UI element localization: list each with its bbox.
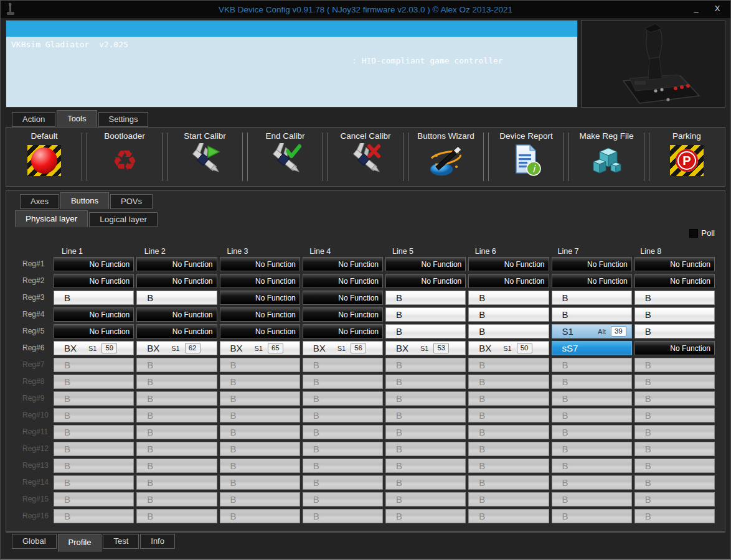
button-cell[interactable]: B [552, 291, 632, 305]
button-cell[interactable]: No Function [136, 324, 217, 338]
button-cell[interactable]: B [385, 307, 466, 322]
tab-info[interactable]: Info [140, 534, 175, 549]
title-bar: VKB Device Config v0.91.78 ( NJoy32 firm… [1, 1, 730, 18]
cell-function-label: sS7 [552, 343, 578, 353]
button-cell[interactable]: No Function [220, 291, 300, 305]
tab-tools[interactable]: Tools [57, 110, 97, 127]
button-cell[interactable]: BXS156 [303, 341, 383, 355]
button-cell[interactable]: No Function [220, 257, 300, 271]
button-cell[interactable]: No Function [220, 324, 300, 338]
cell-function-label: BX [220, 343, 243, 353]
cell-function-label: No Function [338, 327, 382, 336]
button-cell[interactable]: B [385, 324, 466, 338]
button-cell: B [220, 425, 300, 439]
row-label: Reg#3 [22, 291, 54, 305]
button-cell[interactable]: No Function [634, 274, 715, 288]
poll-checkbox[interactable] [689, 229, 698, 238]
cell-function-label: B [469, 292, 485, 303]
button-cell[interactable]: No Function [468, 274, 549, 288]
button-cell: B [385, 475, 466, 490]
parking-p-glyph: P [676, 149, 698, 172]
toolbar-button-bootloader[interactable]: Bootloader♻ [88, 130, 161, 184]
button-cell: B [468, 391, 549, 406]
button-cell[interactable]: No Function [220, 307, 300, 322]
toolbar-button-end-calibr[interactable]: End Calibr [248, 130, 322, 184]
button-cell[interactable]: BXS165 [220, 341, 300, 355]
button-cell[interactable]: No Function [136, 307, 217, 322]
button-cell[interactable]: No Function [136, 257, 217, 271]
button-cell[interactable]: No Function [303, 324, 383, 338]
cell-function-label: B [635, 427, 651, 437]
tab-profile[interactable]: Profile [58, 534, 102, 552]
toolbar-button-buttons-wizard[interactable]: Buttons Wizard [409, 130, 483, 184]
cell-function-label: No Function [504, 277, 549, 286]
toolbar-button-start-calibr[interactable]: Start Calibr [168, 130, 242, 184]
button-cell[interactable]: B [385, 291, 466, 305]
toolbar-button-make-reg-file[interactable]: Make Reg File [570, 130, 643, 184]
button-cell[interactable]: B [634, 324, 715, 338]
button-cell[interactable]: B [54, 291, 134, 305]
button-cell[interactable]: No Function [552, 274, 632, 288]
button-cell[interactable]: sS7 [552, 341, 632, 355]
button-cell: B [552, 475, 632, 490]
button-cell[interactable]: B [468, 307, 549, 322]
button-cell[interactable]: B [634, 291, 715, 305]
cell-function-label: B [137, 460, 153, 471]
hazard-ball-icon [26, 142, 62, 179]
cell-function-label: B [386, 376, 402, 387]
tab-settings[interactable]: Settings [98, 112, 149, 127]
button-cell[interactable]: BXS153 [385, 341, 466, 355]
button-cell: B [552, 391, 632, 406]
button-cell[interactable]: No Function [54, 307, 134, 322]
tab-axes[interactable]: Axes [20, 194, 59, 209]
device-type: : HID-compliant game controller [352, 53, 503, 69]
button-cell[interactable]: S1Alt39 [552, 324, 632, 338]
button-cell[interactable]: No Function [303, 307, 383, 322]
button-cell[interactable]: No Function [468, 257, 549, 271]
button-cell[interactable]: No Function [385, 257, 466, 271]
button-cell[interactable]: No Function [136, 274, 217, 288]
toolbar-separator [323, 133, 328, 181]
tab-global[interactable]: Global [12, 534, 57, 549]
button-cell[interactable]: No Function [54, 257, 134, 271]
tab-test[interactable]: Test [103, 534, 139, 549]
button-cell[interactable]: B [552, 307, 632, 322]
tab-physical-layer[interactable]: Physical layer [15, 210, 88, 227]
toolbar-button-default[interactable]: Default [7, 130, 81, 184]
tab-povs[interactable]: POVs [110, 194, 153, 209]
tab-logical-layer[interactable]: Logical layer [89, 212, 158, 227]
cell-shift-label: S1 [88, 345, 97, 352]
button-cell[interactable]: B [468, 324, 549, 338]
button-cell[interactable]: BXS159 [54, 341, 134, 355]
button-cell[interactable]: BXS150 [468, 341, 549, 355]
button-cell[interactable]: No Function [54, 324, 134, 338]
device-list-selected-row[interactable]: VKBsim Gladiator v2.025 : HID-compliant … [6, 21, 577, 37]
toolbar-button-device-report[interactable]: Device Reporti [489, 130, 563, 184]
button-cell[interactable]: No Function [303, 257, 383, 271]
tab-action[interactable]: Action [12, 112, 55, 127]
button-cell[interactable]: B [136, 291, 217, 305]
button-cell[interactable]: No Function [634, 257, 715, 271]
button-cell[interactable]: No Function [385, 274, 466, 288]
cell-function-label: B [137, 477, 153, 488]
button-cell[interactable]: BXS162 [136, 341, 217, 355]
toolbar-button-parking[interactable]: ParkingP [650, 130, 724, 184]
button-cell[interactable]: No Function [634, 341, 715, 355]
tab-buttons[interactable]: Buttons [60, 192, 109, 209]
cell-function-label: No Function [670, 277, 714, 286]
toolbar-button-cancel-calibr[interactable]: Cancel Calibr [329, 130, 402, 184]
button-cell[interactable]: No Function [303, 274, 383, 288]
close-button[interactable]: X [708, 3, 727, 16]
minimize-button[interactable]: _ [687, 3, 705, 16]
button-cell[interactable]: B [468, 291, 549, 305]
cell-function-label: No Function [504, 260, 549, 269]
button-cell[interactable]: No Function [552, 257, 632, 271]
button-cell[interactable]: No Function [54, 274, 134, 288]
cell-function-label: B [386, 360, 402, 370]
button-cell[interactable]: No Function [220, 274, 300, 288]
button-cell[interactable]: B [634, 307, 715, 322]
toolbar-button-label: Parking [672, 131, 701, 141]
cell-function-label: B [635, 309, 651, 320]
button-cell[interactable]: No Function [303, 291, 383, 305]
device-list[interactable]: VKBsim Gladiator v2.025 : HID-compliant … [6, 20, 578, 108]
